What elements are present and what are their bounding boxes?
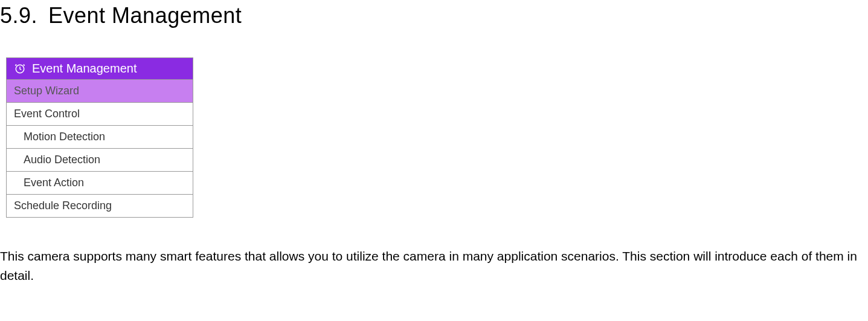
section-heading: 5.9.Event Management: [0, 0, 868, 28]
menu-header: Event Management: [7, 58, 193, 79]
section-title: Event Management: [48, 3, 242, 28]
menu-item-schedule-recording[interactable]: Schedule Recording: [7, 194, 193, 218]
section-description: This camera supports many smart features…: [0, 247, 868, 285]
menu-item-label: Event Control: [14, 108, 80, 120]
menu-item-label: Setup Wizard: [14, 85, 79, 97]
menu-item-label: Audio Detection: [24, 154, 100, 166]
menu-item-label: Motion Detection: [24, 131, 105, 143]
menu-item-event-control[interactable]: Event Control: [7, 102, 193, 125]
menu-item-label: Event Action: [24, 177, 84, 189]
menu-item-label: Schedule Recording: [14, 199, 112, 212]
alert-clock-icon: [14, 63, 26, 75]
section-number: 5.9.: [0, 3, 37, 28]
menu-item-setup-wizard[interactable]: Setup Wizard: [7, 79, 193, 102]
menu-item-event-action[interactable]: Event Action: [7, 171, 193, 194]
menu-header-label: Event Management: [32, 62, 137, 76]
event-management-menu: Event Management Setup Wizard Event Cont…: [6, 57, 193, 218]
menu-item-audio-detection[interactable]: Audio Detection: [7, 148, 193, 171]
menu-item-motion-detection[interactable]: Motion Detection: [7, 125, 193, 148]
